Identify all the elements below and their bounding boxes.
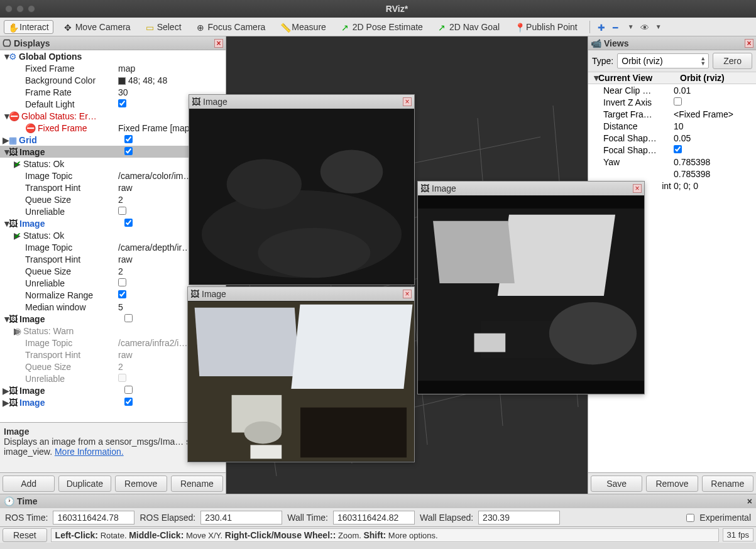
- grid-checkbox[interactable]: [124, 135, 133, 143]
- pitch-value[interactable]: 0.785398: [674, 169, 756, 179]
- image-window-infra[interactable]: 🖼Image×: [417, 181, 645, 394]
- invert-z-checkbox[interactable]: [674, 97, 682, 106]
- expand-toggle[interactable]: ▶: [3, 135, 9, 145]
- pose-estimate-label: 2D Pose Estimate: [353, 22, 423, 32]
- expand-toggle[interactable]: ▼: [3, 147, 9, 157]
- image4-checkbox[interactable]: [124, 386, 133, 394]
- remove-button[interactable]: Remove: [115, 476, 167, 492]
- image5-checkbox[interactable]: [124, 398, 133, 406]
- main-toolbar: ✋ Interact ✥ Move Camera ▭ Select ⊕ Focu…: [0, 18, 756, 36]
- maximize-window-icon[interactable]: [28, 5, 35, 13]
- rename-button[interactable]: Rename: [702, 476, 753, 492]
- transport-hint-label: Transport Hint: [3, 183, 116, 193]
- measure-button[interactable]: 📏 Measure: [276, 20, 330, 34]
- default-light-label: Default Light: [3, 99, 116, 109]
- add-button[interactable]: Add: [3, 476, 55, 492]
- focal-shape-checkbox[interactable]: [674, 145, 682, 153]
- normalize-range-checkbox[interactable]: [118, 290, 126, 298]
- focal-shape-fixed-label: Focal Shap…: [592, 145, 674, 155]
- view-type-combo[interactable]: Orbit (rviz) ▲▼: [617, 53, 709, 68]
- views-title-text: Views: [604, 38, 628, 48]
- expand-toggle[interactable]: ▼: [592, 73, 598, 83]
- close-icon[interactable]: ×: [403, 97, 412, 106]
- unreliable-checkbox[interactable]: [118, 207, 126, 215]
- close-icon[interactable]: ×: [745, 39, 753, 48]
- duplicate-button[interactable]: Duplicate: [58, 476, 111, 492]
- close-icon[interactable]: ×: [403, 290, 412, 298]
- nav-goal-button[interactable]: ↗ 2D Nav Goal: [434, 20, 504, 34]
- minus-icon[interactable]: ━: [613, 23, 622, 31]
- ros-time-input[interactable]: [53, 511, 134, 525]
- eye-icon[interactable]: 👁: [640, 23, 649, 31]
- expand-toggle[interactable]: ▶: [3, 159, 14, 169]
- image3-checkbox[interactable]: [124, 314, 133, 322]
- close-icon[interactable]: ×: [214, 39, 223, 48]
- fixed-frame-err-label: Fixed Frame: [38, 123, 87, 133]
- focus-camera-label: Focus Camera: [208, 22, 266, 32]
- chevron-down-icon[interactable]: ▼: [628, 23, 634, 30]
- ros-time-label: ROS Time:: [5, 513, 48, 523]
- experimental-checkbox[interactable]: [686, 514, 694, 522]
- expand-toggle[interactable]: ▼: [3, 52, 9, 62]
- image4-label[interactable]: Image: [19, 386, 45, 396]
- publish-point-button[interactable]: 📍 Publish Point: [510, 20, 582, 34]
- chevron-down-icon[interactable]: ▼: [655, 23, 662, 30]
- reset-button[interactable]: Reset: [3, 528, 47, 542]
- save-button[interactable]: Save: [591, 476, 642, 492]
- median-window-label: Median window: [3, 302, 116, 312]
- rename-button[interactable]: Rename: [171, 476, 223, 492]
- expand-toggle[interactable]: ▶: [3, 326, 14, 336]
- close-icon[interactable]: ×: [633, 184, 642, 193]
- unreliable-checkbox[interactable]: [118, 278, 126, 286]
- image-infra-content: [418, 195, 644, 394]
- status-warn-label: Status: Warn: [23, 326, 74, 336]
- select-button[interactable]: ▭ Select: [141, 20, 186, 34]
- close-icon[interactable]: ×: [747, 496, 752, 506]
- minimize-window-icon[interactable]: [16, 5, 24, 13]
- focal-shape-size-value[interactable]: 0.05: [674, 133, 756, 143]
- distance-value[interactable]: 10: [674, 121, 756, 131]
- focus-camera-button[interactable]: ⊕ Focus Camera: [192, 20, 270, 34]
- focal-point-value[interactable]: 0; 0; 0: [674, 181, 756, 191]
- move-icon: ✥: [64, 23, 73, 31]
- expand-toggle[interactable]: ▶: [3, 386, 9, 396]
- image1-label[interactable]: Image: [19, 147, 45, 157]
- yaw-value[interactable]: 0.785398: [674, 157, 756, 167]
- frame-rate-label: Frame Rate: [3, 87, 116, 97]
- near-clip-value[interactable]: 0.01: [674, 85, 756, 95]
- zero-button[interactable]: Zero: [713, 53, 752, 69]
- image-icon: 🖼: [420, 183, 429, 193]
- pose-estimate-button[interactable]: ↗ 2D Pose Estimate: [337, 20, 427, 34]
- target-frame-value[interactable]: <Fixed Frame>: [674, 109, 756, 119]
- plus-icon[interactable]: ✚: [598, 23, 606, 31]
- move-camera-label: Move Camera: [75, 22, 131, 32]
- image2-label[interactable]: Image: [19, 219, 45, 229]
- close-window-icon[interactable]: [5, 5, 13, 13]
- remove-button[interactable]: Remove: [646, 476, 698, 492]
- grid-label[interactable]: Grid: [19, 135, 37, 145]
- image1-checkbox[interactable]: [124, 147, 133, 155]
- image3-label[interactable]: Image: [19, 314, 45, 324]
- bg-color-value[interactable]: 48; 48; 48: [116, 75, 226, 85]
- expand-toggle[interactable]: ▼: [3, 219, 9, 229]
- image-window-color[interactable]: 🖼Image×: [187, 286, 415, 462]
- wall-time-input[interactable]: [333, 511, 415, 525]
- image5-label[interactable]: Image: [19, 398, 45, 408]
- expand-toggle[interactable]: ▼: [3, 111, 9, 121]
- default-light-checkbox[interactable]: [118, 99, 126, 107]
- image2-checkbox[interactable]: [124, 219, 133, 227]
- spinner-icon: ▲▼: [700, 56, 706, 66]
- invert-z-label: Invert Z Axis: [592, 97, 674, 107]
- expand-toggle[interactable]: ▶: [3, 398, 9, 408]
- wall-elapsed-input[interactable]: [478, 511, 560, 525]
- wall-time-label: Wall Time:: [287, 513, 328, 523]
- image-window-depth[interactable]: 🖼Image×: [189, 94, 415, 285]
- measure-label: Measure: [292, 22, 326, 32]
- more-info-link[interactable]: More Information.: [55, 447, 124, 457]
- interact-button[interactable]: ✋ Interact: [4, 20, 53, 34]
- move-camera-button[interactable]: ✥ Move Camera: [60, 20, 135, 34]
- ros-elapsed-input[interactable]: [200, 511, 282, 525]
- expand-toggle[interactable]: ▶: [3, 231, 14, 241]
- fixed-frame-value[interactable]: map: [116, 63, 226, 73]
- expand-toggle[interactable]: ▼: [3, 314, 9, 324]
